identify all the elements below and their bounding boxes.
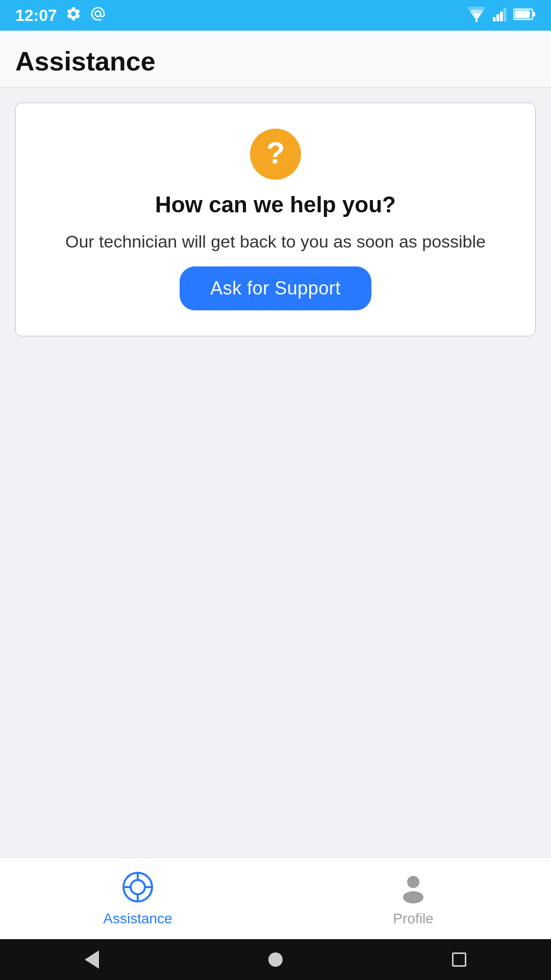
nav-label-profile: Profile (393, 911, 433, 927)
svg-rect-4 (504, 8, 507, 21)
wifi-icon (466, 7, 487, 24)
svg-point-9 (131, 880, 145, 894)
svg-point-14 (407, 876, 419, 888)
nav-item-profile[interactable]: Profile (276, 858, 551, 939)
person-icon (397, 871, 430, 905)
help-card-title: How can we help you? (155, 192, 396, 217)
svg-rect-6 (533, 12, 535, 16)
nav-item-assistance[interactable]: Assistance (0, 858, 276, 939)
signal-icon (493, 7, 507, 23)
at-sign-icon (90, 6, 106, 26)
svg-point-15 (403, 891, 423, 903)
app-header: Assistance (0, 31, 551, 87)
recents-button[interactable] (452, 952, 466, 967)
svg-rect-7 (515, 11, 530, 18)
settings-icon (65, 6, 82, 26)
svg-rect-2 (496, 14, 499, 21)
status-bar-right (466, 7, 536, 24)
back-button[interactable] (85, 950, 99, 969)
main-content: ? How can we help you? Our technician wi… (0, 87, 551, 857)
svg-rect-3 (500, 11, 503, 21)
home-button[interactable] (268, 952, 283, 967)
bottom-nav: Assistance Profile (0, 857, 551, 939)
help-card: ? How can we help you? Our technician wi… (15, 103, 536, 336)
help-card-subtitle: Our technician will get back to you as s… (65, 230, 486, 254)
svg-rect-1 (493, 17, 496, 21)
ask-support-button[interactable]: Ask for Support (180, 266, 371, 310)
status-bar: 12:07 (0, 0, 551, 31)
question-mark-symbol: ? (266, 138, 285, 168)
android-nav-bar (0, 939, 551, 980)
status-bar-left: 12:07 (15, 6, 106, 26)
battery-icon (513, 8, 536, 22)
lifebuoy-icon (121, 871, 154, 905)
page-title: Assistance (15, 46, 536, 77)
svg-point-0 (475, 20, 478, 22)
question-icon: ? (250, 129, 301, 180)
nav-label-assistance: Assistance (103, 911, 172, 927)
status-time: 12:07 (15, 6, 57, 25)
